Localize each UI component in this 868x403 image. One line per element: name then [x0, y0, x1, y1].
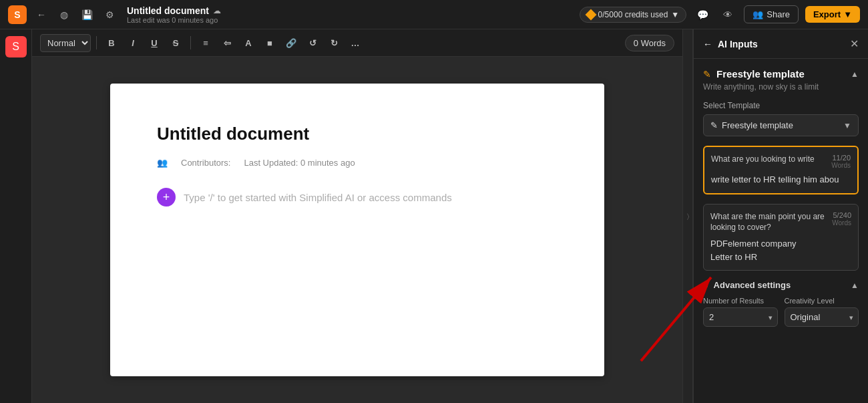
selected-template-label: ✎ Freestyle template — [710, 120, 843, 130]
credits-chevron-icon: ▼ — [671, 10, 679, 19]
export-label: Export — [813, 9, 841, 19]
field1-group[interactable]: What are you looking to write 11/20 Word… — [703, 146, 859, 194]
select-template-label: Select Template — [703, 101, 859, 110]
advanced-body: Number of Results 2 Creativity Level — [703, 297, 859, 327]
back-button[interactable]: ← — [32, 5, 51, 24]
text-color-button[interactable]: A — [239, 33, 258, 52]
topbar-right: 0/5000 credits used ▼ 💬 👁 👥 Share Export… — [580, 5, 860, 24]
history-button[interactable]: ◍ — [55, 5, 73, 24]
add-content-button[interactable]: + — [157, 188, 176, 207]
right-panel: ← AI Inputs ✕ ✎ Freestyle template ▲ Wri… — [693, 29, 868, 403]
panel-close-button[interactable]: ✕ — [850, 37, 859, 50]
comments-button[interactable]: 💬 — [693, 5, 712, 24]
credits-text: 0/5000 credits used — [598, 10, 668, 19]
toolbar-divider-1 — [96, 36, 97, 49]
advanced-chevron-icon: ▲ — [851, 281, 859, 290]
nav-icons: ← ◍ 💾 ⚙ — [32, 5, 119, 24]
creativity-col: Creativity Level Original — [785, 297, 859, 327]
pencil-icon: ✎ — [703, 69, 711, 80]
doc-title-row: Untitled document ☁ — [127, 5, 574, 16]
credits-diamond-icon — [585, 9, 596, 20]
template-dropdown-chevron-icon: ▼ — [843, 121, 851, 130]
export-chevron-icon: ▼ — [843, 9, 852, 19]
advanced-header[interactable]: ≡ Advanced settings ▲ — [703, 280, 859, 290]
right-panel-header: ← AI Inputs ✕ — [694, 29, 868, 59]
creativity-label: Creativity Level — [785, 297, 859, 305]
italic-button[interactable]: I — [124, 33, 142, 52]
doc-page[interactable]: Untitled document 👥 Contributors: Last U… — [110, 84, 604, 376]
ai-subtitle: Write anything, now sky is a limit — [703, 82, 859, 92]
list-button[interactable]: ≡ — [196, 33, 215, 52]
field1-question: What are you looking to write — [711, 154, 831, 165]
ai-template-section: ✎ Freestyle template ▲ Write anything, n… — [703, 68, 859, 92]
save-button[interactable]: 💾 — [77, 5, 96, 24]
panel-toggle[interactable]: 〉 — [682, 29, 693, 403]
word-count: 0 Words — [625, 35, 674, 51]
sidebar-home-icon[interactable]: S — [5, 36, 27, 57]
editor-wrapper: Normal B I U S ≡ ⇦ A ■ 🔗 ↺ ↻ … 0 Words U… — [32, 29, 682, 403]
back-arrow-icon[interactable]: ← — [703, 39, 712, 49]
field1-count-area: 11/20 Words — [831, 154, 851, 169]
creativity-select[interactable]: Original — [785, 307, 859, 327]
more-button[interactable]: … — [346, 33, 365, 52]
doc-subtitle: Last edit was 0 minutes ago — [127, 16, 574, 24]
doc-title-area: Untitled document ☁ Last edit was 0 minu… — [127, 5, 574, 24]
results-col: Number of Results 2 — [703, 297, 778, 327]
underline-button[interactable]: U — [145, 33, 164, 52]
app-logo: S — [8, 5, 27, 24]
advanced-settings-section: ≡ Advanced settings ▲ Number of Results … — [703, 280, 859, 327]
ai-template-row: ✎ Freestyle template ▲ — [703, 68, 859, 80]
select-template-section: Select Template ✎ Freestyle template ▼ — [703, 101, 859, 136]
advanced-row: Number of Results 2 Creativity Level — [703, 297, 859, 327]
field1-count: 11/20 — [831, 154, 851, 162]
topbar: S ← ◍ 💾 ⚙ Untitled document ☁ Last edit … — [0, 0, 868, 29]
doc-meta: 👥 Contributors: Last Updated: 0 minutes … — [157, 158, 558, 168]
toolbar: Normal B I U S ≡ ⇦ A ■ 🔗 ↺ ↻ … 0 Words — [32, 29, 682, 57]
field2-question: What are the main point you are looking … — [710, 211, 832, 234]
field2-header: What are the main point you are looking … — [710, 211, 851, 234]
advanced-title: Advanced settings — [714, 280, 791, 290]
share-button[interactable]: 👥 Share — [744, 5, 799, 23]
doc-content-row: + Type '/' to get started with Simplifie… — [157, 188, 558, 207]
field2-count-label: Words — [832, 219, 851, 227]
settings-lines-icon: ≡ — [703, 280, 708, 290]
results-label: Number of Results — [703, 297, 778, 305]
toolbar-divider-2 — [190, 36, 191, 49]
contributors-label: Contributors: — [181, 158, 230, 168]
redo-button[interactable]: ↻ — [324, 33, 343, 52]
field2-value[interactable]: PDFelement company Letter to HR — [710, 237, 851, 263]
bold-button[interactable]: B — [102, 33, 121, 52]
doc-title: Untitled document — [127, 5, 209, 16]
template-chevron-icon: ▲ — [851, 70, 859, 79]
field2-count-area: 5/240 Words — [832, 211, 851, 227]
doc-placeholder: Type '/' to get started with Simplified … — [184, 192, 452, 203]
link-button[interactable]: 🔗 — [282, 33, 300, 52]
undo-button[interactable]: ↺ — [303, 33, 322, 52]
select-template-dropdown[interactable]: ✎ Freestyle template ▼ — [703, 114, 859, 136]
preview-button[interactable]: 👁 — [718, 5, 737, 24]
selected-template-icon: ✎ — [710, 120, 718, 130]
settings-button[interactable]: ⚙ — [100, 5, 119, 24]
field2-count: 5/240 — [832, 211, 851, 219]
results-select[interactable]: 2 — [703, 307, 778, 327]
credits-badge[interactable]: 0/5000 credits used ▼ — [580, 7, 687, 23]
strikethrough-button[interactable]: S — [166, 33, 185, 52]
field2-group[interactable]: What are the main point you are looking … — [703, 204, 859, 271]
ai-inputs-title: AI Inputs — [718, 39, 758, 49]
export-button[interactable]: Export ▼ — [805, 6, 860, 23]
results-select-wrapper: 2 — [703, 307, 778, 327]
main-layout: S Normal B I U S ≡ ⇦ A ■ 🔗 ↺ ↻ … 0 Words — [0, 29, 868, 403]
last-updated: Last Updated: 0 minutes ago — [244, 158, 355, 168]
field1-count-label: Words — [831, 162, 851, 169]
selected-template-text: Freestyle template — [722, 120, 793, 130]
highlight-button[interactable]: ■ — [260, 33, 279, 52]
style-select[interactable]: Normal — [40, 34, 91, 52]
share-label: Share — [767, 9, 790, 19]
ai-template-name: Freestyle template — [716, 68, 805, 80]
align-button[interactable]: ⇦ — [218, 33, 236, 52]
left-sidebar: S — [0, 29, 32, 403]
field1-value[interactable]: write letter to HR telling him abou — [711, 173, 851, 186]
right-panel-title: ← AI Inputs — [703, 39, 758, 49]
share-icon: 👥 — [752, 9, 763, 19]
creativity-select-wrapper: Original — [785, 307, 859, 327]
